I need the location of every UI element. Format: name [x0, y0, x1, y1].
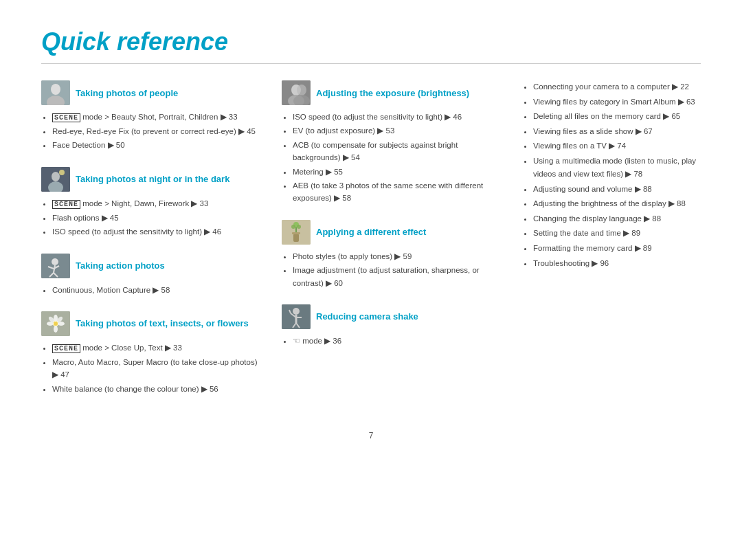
page-number: 7	[41, 431, 701, 440]
svg-rect-30	[292, 232, 300, 234]
section-effect-list: Photo styles (to apply tones) ▶ 59 Image…	[282, 250, 502, 289]
section-macro: Taking photos of text, insects, or flowe…	[41, 311, 261, 396]
list-item: Changing the display language ▶ 88	[533, 212, 701, 226]
section-exposure-list: ISO speed (to adjust the sensitivity to …	[282, 111, 502, 205]
section-exposure-title: Adjusting the exposure (brightness)	[282, 80, 502, 105]
section-effect: Applying a different effect Photo styles…	[282, 220, 502, 291]
list-item: ACB (to compensate for subjects against …	[293, 139, 502, 164]
section-effect-label: Applying a different effect	[316, 227, 426, 237]
list-item: Flash options ▶ 45	[52, 212, 261, 224]
svg-point-36	[293, 308, 300, 315]
section-macro-list: SCENE mode > Close Up, Text ▶ 33 Macro, …	[41, 341, 261, 395]
svg-point-22	[54, 322, 58, 326]
thumb-action	[41, 254, 70, 278]
section-action-list: Continuous, Motion Capture ▶ 58	[41, 284, 261, 296]
list-item: EV (to adjust exposure) ▶ 53	[293, 124, 502, 137]
thumb-effect	[282, 220, 311, 245]
section-macro-label: Taking photos of text, insects, or flowe…	[76, 318, 249, 328]
section-action-label: Taking action photos	[76, 260, 165, 271]
list-item: SCENE mode > Night, Dawn, Firework ▶ 33	[52, 197, 261, 210]
section-effect-title: Applying a different effect	[282, 220, 502, 245]
section-night-list: SCENE mode > Night, Dawn, Firework ▶ 33 …	[41, 197, 261, 238]
list-item: Viewing files as a slide show ▶ 67	[533, 125, 701, 139]
list-item: Continuous, Motion Capture ▶ 58	[52, 284, 261, 296]
list-item: Viewing files on a TV ▶ 74	[533, 139, 701, 153]
list-item: Connecting your camera to a computer ▶ 2…	[533, 80, 701, 94]
list-item: Adjusting the brightness of the display …	[533, 197, 701, 211]
main-layout: Taking photos of people SCENE mode > Bea…	[41, 80, 701, 410]
list-item: ISO speed (to adjust the sensitivity to …	[52, 225, 261, 238]
svg-point-6	[59, 170, 65, 175]
section-night: Taking photos at night or in the dark SC…	[41, 167, 261, 240]
list-item: White balance (to change the colour tone…	[52, 383, 261, 395]
section-shake-label: Reducing camera shake	[316, 311, 418, 322]
section-shake-list: ☜ mode ▶ 36	[282, 335, 502, 347]
section-macro-title: Taking photos of text, insects, or flowe…	[41, 311, 261, 336]
list-item: AEB (to take 3 photos of the same scene …	[293, 179, 502, 205]
list-item: Metering ▶ 55	[293, 166, 502, 178]
section-exposure-label: Adjusting the exposure (brightness)	[316, 88, 469, 98]
list-item: Using a multimedia mode (listen to music…	[533, 155, 701, 181]
list-item: Face Detection ▶ 50	[52, 139, 261, 151]
svg-point-4	[52, 172, 60, 181]
list-item: Setting the date and time ▶ 89	[533, 227, 701, 240]
list-item: Photo styles (to apply tones) ▶ 59	[293, 250, 502, 262]
section-shake: Reducing camera shake ☜ mode ▶ 36	[282, 304, 502, 348]
column-1: Taking photos of people SCENE mode > Bea…	[41, 80, 261, 410]
thumb-people	[41, 80, 70, 105]
column-3: Connecting your camera to a computer ▶ 2…	[522, 80, 701, 410]
right-col-list: Connecting your camera to a computer ▶ 2…	[522, 80, 701, 271]
thumb-shake	[282, 304, 311, 329]
section-people: Taking photos of people SCENE mode > Bea…	[41, 80, 261, 153]
list-item: Macro, Auto Macro, Super Macro (to take …	[52, 356, 261, 381]
thumb-macro	[41, 311, 70, 336]
list-item: Deleting all files on the memory card ▶ …	[533, 110, 701, 124]
list-item: Viewing files by category in Smart Album…	[533, 96, 701, 109]
section-people-title: Taking photos of people	[41, 80, 261, 105]
list-item: Adjusting sound and volume ▶ 88	[533, 183, 701, 197]
section-shake-title: Reducing camera shake	[282, 304, 502, 329]
title-divider	[41, 63, 701, 64]
section-people-label: Taking photos of people	[76, 88, 178, 98]
list-item: SCENE mode > Beauty Shot, Portrait, Chil…	[52, 111, 261, 124]
section-people-list: SCENE mode > Beauty Shot, Portrait, Chil…	[41, 111, 261, 152]
svg-point-33	[291, 225, 295, 229]
page-title: Quick reference	[41, 27, 701, 56]
svg-rect-29	[293, 234, 299, 242]
svg-point-1	[51, 84, 60, 95]
svg-point-25	[297, 85, 306, 96]
list-item: Formatting the memory card ▶ 89	[533, 242, 701, 256]
section-action: Taking action photos Continuous, Motion …	[41, 254, 261, 298]
list-item: ☜ mode ▶ 36	[293, 335, 502, 347]
list-item: SCENE mode > Close Up, Text ▶ 33	[52, 341, 261, 355]
section-action-title: Taking action photos	[41, 254, 261, 278]
svg-point-34	[297, 225, 301, 229]
list-item: Red-eye, Red-eye Fix (to prevent or corr…	[52, 125, 261, 137]
section-night-label: Taking photos at night or in the dark	[76, 174, 229, 184]
thumb-exposure	[282, 80, 311, 105]
section-night-title: Taking photos at night or in the dark	[41, 167, 261, 192]
column-2: Adjusting the exposure (brightness) ISO …	[282, 80, 502, 410]
list-item: Image adjustment (to adjust saturation, …	[293, 264, 502, 289]
thumb-night	[41, 167, 70, 192]
svg-point-17	[54, 326, 58, 333]
section-exposure: Adjusting the exposure (brightness) ISO …	[282, 80, 502, 206]
list-item: ISO speed (to adjust the sensitivity to …	[293, 111, 502, 123]
svg-point-8	[52, 258, 58, 265]
list-item: Troubleshooting ▶ 96	[533, 257, 701, 271]
